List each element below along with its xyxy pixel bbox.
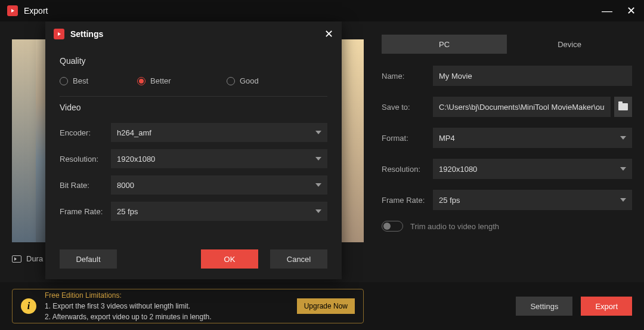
framerate-label: Frame Rate: <box>382 196 433 205</box>
name-input[interactable] <box>433 66 632 86</box>
minimize-button[interactable]: — <box>601 5 613 17</box>
radio-icon <box>60 77 68 85</box>
tab-pc[interactable]: PC <box>382 35 507 54</box>
bitrate-label: Bit Rate: <box>60 181 111 190</box>
divider <box>60 96 327 97</box>
saveto-label: Save to: <box>382 103 433 112</box>
chevron-down-icon <box>620 198 626 202</box>
export-panel: PC Device Name: Save to: Format: MP4 <box>382 35 632 232</box>
format-value: MP4 <box>439 134 455 143</box>
film-icon <box>12 255 21 263</box>
info-icon: i <box>21 298 36 314</box>
modal-resolution-value: 1920x1080 <box>117 155 155 164</box>
quality-better-radio[interactable]: Better <box>137 76 227 85</box>
chevron-down-icon <box>315 131 321 134</box>
tab-device[interactable]: Device <box>507 35 632 54</box>
settings-dialog: Settings ✕ Quality Best Better Good Vide… <box>45 21 342 279</box>
browse-button[interactable] <box>614 97 632 117</box>
modal-framerate-value: 25 fps <box>117 207 138 216</box>
app-icon <box>7 5 18 16</box>
dialog-title: Settings <box>70 29 324 39</box>
folder-icon <box>618 103 628 110</box>
limitations-text: Free Edition Limitations: 1. Export the … <box>45 290 297 322</box>
limitations-box: i Free Edition Limitations: 1. Export th… <box>12 289 364 323</box>
settings-button[interactable]: Settings <box>516 297 572 316</box>
radio-icon <box>227 77 235 85</box>
close-button[interactable]: ✕ <box>625 4 637 17</box>
quality-good-radio[interactable]: Good <box>227 76 259 85</box>
app-icon <box>54 29 64 39</box>
tab-row: PC Device <box>382 35 632 54</box>
framerate-select[interactable]: 25 fps <box>433 190 632 210</box>
resolution-select[interactable]: 1920x1080 <box>433 159 632 179</box>
saveto-input[interactable] <box>433 97 611 117</box>
radio-icon <box>137 77 145 85</box>
name-label: Name: <box>382 72 433 81</box>
dialog-close-button[interactable]: ✕ <box>324 27 333 41</box>
modal-resolution-select[interactable]: 1920x1080 <box>111 149 327 168</box>
quality-good-label: Good <box>240 76 259 85</box>
resolution-label: Resolution: <box>382 165 433 174</box>
duration-label: Dura <box>26 254 43 263</box>
titlebar: Export — ✕ <box>0 0 644 21</box>
preview-strip-left <box>12 39 36 242</box>
encoder-select[interactable]: h264_amf <box>111 123 327 142</box>
default-button[interactable]: Default <box>60 249 117 269</box>
ok-button[interactable]: OK <box>201 249 258 269</box>
chevron-down-icon <box>620 136 626 140</box>
limitations-title: Free Edition Limitations: <box>45 290 297 301</box>
modal-resolution-label: Resolution: <box>60 155 111 164</box>
bitrate-value: 8000 <box>117 181 134 190</box>
upgrade-button[interactable]: Upgrade Now <box>297 298 355 314</box>
encoder-value: h264_amf <box>117 128 151 137</box>
chevron-down-icon <box>620 167 626 171</box>
video-section-title: Video <box>60 103 327 112</box>
resolution-value: 1920x1080 <box>439 165 477 174</box>
chevron-down-icon <box>315 157 321 161</box>
limitations-line1: 1. Export the first 3 videos without len… <box>45 301 297 312</box>
encoder-label: Encoder: <box>60 128 111 137</box>
chevron-down-icon <box>315 209 321 213</box>
dialog-header: Settings ✕ <box>45 21 342 47</box>
export-button[interactable]: Export <box>581 297 632 316</box>
trim-audio-label: Trim audio to video length <box>410 222 499 231</box>
quality-best-label: Best <box>73 76 88 85</box>
footer: i Free Edition Limitations: 1. Export th… <box>0 282 644 330</box>
preview-strip-right <box>340 39 364 242</box>
modal-framerate-select[interactable]: 25 fps <box>111 202 327 221</box>
quality-section-title: Quality <box>60 56 327 66</box>
duration-row: Dura <box>12 254 43 263</box>
cancel-button[interactable]: Cancel <box>270 249 327 269</box>
trim-audio-toggle[interactable] <box>382 221 403 232</box>
framerate-value: 25 fps <box>439 196 460 205</box>
limitations-line2: 2. Afterwards, export video up to 2 minu… <box>45 312 297 322</box>
format-label: Format: <box>382 134 433 143</box>
modal-framerate-label: Frame Rate: <box>60 207 111 216</box>
quality-better-label: Better <box>150 76 171 85</box>
format-select[interactable]: MP4 <box>433 128 632 148</box>
chevron-down-icon <box>315 183 321 187</box>
quality-best-radio[interactable]: Best <box>60 76 137 85</box>
bitrate-select[interactable]: 8000 <box>111 175 327 195</box>
window-title: Export <box>24 6 601 16</box>
